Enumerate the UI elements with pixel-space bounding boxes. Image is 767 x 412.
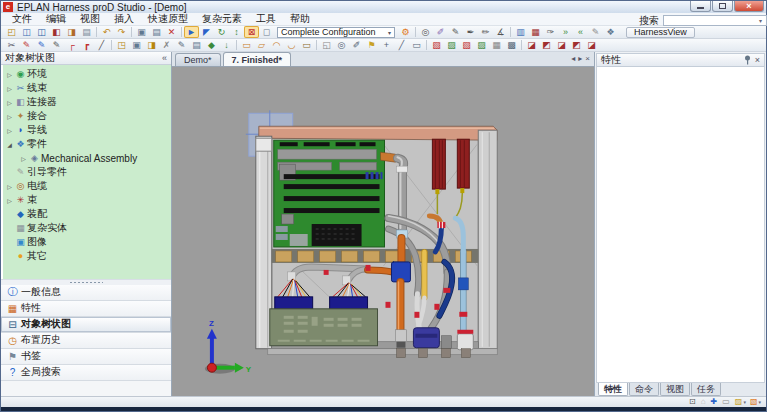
- shrink-icon[interactable]: ◡: [284, 39, 299, 51]
- tree-item-other[interactable]: ● 其它: [3, 249, 171, 263]
- harness-view-button[interactable]: HarnessView: [626, 27, 695, 38]
- tab-scroll-right-icon[interactable]: ▸: [578, 55, 582, 63]
- check-green2-icon[interactable]: ▨: [474, 39, 489, 51]
- bom-icon[interactable]: ▦: [528, 26, 543, 38]
- selection-box-icon[interactable]: ▭: [722, 398, 731, 406]
- tree-expand-icon[interactable]: ▷: [5, 85, 14, 92]
- tree-expand-icon[interactable]: ▷: [19, 155, 28, 162]
- search-input[interactable]: [663, 15, 767, 26]
- corner-route-icon[interactable]: ┌: [64, 39, 79, 51]
- minimize-button[interactable]: [690, 1, 711, 12]
- print-icon[interactable]: ▤: [79, 26, 94, 38]
- tree-expand-icon[interactable]: ▷: [5, 113, 14, 120]
- rp-tab-views[interactable]: 视图: [660, 383, 690, 396]
- blue-pen-icon[interactable]: ✎: [34, 39, 49, 51]
- select-plus-icon[interactable]: ◤: [199, 26, 214, 38]
- clipboard-icon[interactable]: ▤: [189, 39, 204, 51]
- tab-demo[interactable]: Demo*: [175, 53, 221, 66]
- check-grid-icon[interactable]: ▦: [489, 39, 504, 51]
- tree-item-splice[interactable]: ▷ ✦ 接合: [3, 109, 171, 123]
- doc-report2-icon[interactable]: ◩: [539, 39, 554, 51]
- tree-item-connector[interactable]: ▷ ◧ 连接器: [3, 95, 171, 109]
- fit-all-icon[interactable]: ✚: [711, 398, 719, 406]
- search-dropdown-icon[interactable]: ▾: [759, 17, 762, 24]
- sketch-icon[interactable]: ✎: [174, 39, 189, 51]
- nav-bookmarks[interactable]: ⚑ 书签: [1, 349, 171, 365]
- connect-icon[interactable]: »: [558, 26, 573, 38]
- pan-tool-icon[interactable]: ↕: [229, 26, 244, 38]
- open-project-icon[interactable]: ◰: [4, 26, 19, 38]
- angle-icon[interactable]: ∡: [493, 26, 508, 38]
- pan-lock-icon[interactable]: ⌂: [701, 398, 707, 406]
- menu-item[interactable]: 快速原型: [141, 12, 195, 26]
- tree-expand-icon[interactable]: ▷: [5, 197, 14, 204]
- net-icon[interactable]: ❖: [603, 26, 618, 38]
- tree-item-wire[interactable]: ▷ ◗ 导线: [3, 123, 171, 137]
- menu-item[interactable]: 编辑: [39, 12, 73, 26]
- save-all-icon[interactable]: ◫: [34, 26, 49, 38]
- measure-line-icon[interactable]: ╱: [394, 39, 409, 51]
- menu-item[interactable]: 视图: [73, 12, 107, 26]
- menu-item[interactable]: 帮助: [283, 12, 317, 26]
- cube-icon[interactable]: ◆: [204, 39, 219, 51]
- tree-item-assembly-group[interactable]: ◆ 装配: [3, 207, 171, 221]
- region-icon[interactable]: ▭: [409, 39, 424, 51]
- nav-global-search[interactable]: ? 全局搜索: [1, 365, 171, 381]
- tree-item-parts[interactable]: ◢ ❖ 零件: [3, 137, 171, 151]
- pen-icon[interactable]: ✎: [49, 39, 64, 51]
- search-part-icon[interactable]: ◎: [334, 39, 349, 51]
- tree-item-bundle[interactable]: ▷ ✳ 束: [3, 193, 171, 207]
- label-icon[interactable]: ▭: [299, 39, 314, 51]
- refresh-config-icon[interactable]: ⚙: [398, 26, 413, 38]
- panel-collapse-icon[interactable]: «: [162, 53, 167, 63]
- menu-item[interactable]: 文件: [5, 12, 39, 26]
- view-cube-icon[interactable]: ◻: [259, 26, 274, 38]
- menu-item[interactable]: 插入: [107, 12, 141, 26]
- nav-placement-history[interactable]: ◷ 布置历史: [1, 333, 171, 349]
- view-style-icon[interactable]: ▨ ▾: [735, 398, 746, 406]
- check-mixed-icon[interactable]: ▩: [504, 39, 519, 51]
- tree-expand-icon[interactable]: ◢: [5, 141, 14, 148]
- drop-icon[interactable]: ↓: [219, 39, 234, 51]
- menu-item[interactable]: 复杂元素: [195, 12, 249, 26]
- paste-icon[interactable]: ▤: [149, 26, 164, 38]
- disconnect-icon[interactable]: «: [573, 26, 588, 38]
- panel-close-icon[interactable]: ×: [755, 56, 760, 65]
- tree-item-cable[interactable]: ▷ ◎ 电缆: [3, 179, 171, 193]
- sleeve-icon[interactable]: ▱: [254, 39, 269, 51]
- check-red-icon[interactable]: ▧: [429, 39, 444, 51]
- pin-note-icon[interactable]: ✑: [543, 26, 558, 38]
- redo-icon[interactable]: ↷: [114, 26, 129, 38]
- tape-icon[interactable]: ▭: [239, 39, 254, 51]
- save-icon[interactable]: ◫: [19, 26, 34, 38]
- tree-item-complex-solid[interactable]: ▦ 复杂实体: [3, 221, 171, 235]
- select-tool-icon[interactable]: ►: [184, 26, 199, 38]
- tab-finished[interactable]: 7. Finished*: [223, 52, 292, 66]
- undo-icon[interactable]: ↶: [99, 26, 114, 38]
- pin-icon[interactable]: [744, 55, 751, 65]
- annotate-icon[interactable]: ✎: [448, 26, 463, 38]
- folder-gear-icon[interactable]: ◳: [114, 39, 129, 51]
- rp-tab-properties[interactable]: 特性: [598, 383, 628, 396]
- library-icon[interactable]: ◱: [319, 39, 334, 51]
- tree-expand-icon[interactable]: ▷: [5, 183, 14, 190]
- tree-expand-icon[interactable]: ▷: [5, 99, 14, 106]
- line-route-icon[interactable]: ╱: [94, 39, 109, 51]
- menu-item[interactable]: 工具: [249, 12, 283, 26]
- nav-object-tree[interactable]: ⊟ 对象树状图: [1, 317, 171, 333]
- check-green-icon[interactable]: ▨: [444, 39, 459, 51]
- edit-icon[interactable]: ✏: [478, 26, 493, 38]
- import-icon[interactable]: ◧: [49, 26, 64, 38]
- measure-icon[interactable]: ✐: [433, 26, 448, 38]
- report-icon[interactable]: ▥: [513, 26, 528, 38]
- tree-expand-icon[interactable]: ▷: [5, 127, 14, 134]
- material-display-icon[interactable]: ▧ ▾: [750, 398, 761, 406]
- monitor-icon[interactable]: ▣: [129, 39, 144, 51]
- zoom-select-icon[interactable]: ✒: [463, 26, 478, 38]
- properties-body[interactable]: [596, 67, 765, 383]
- rp-tab-commands[interactable]: 命令: [629, 383, 659, 396]
- delete-icon[interactable]: ✕: [164, 26, 179, 38]
- discard-icon[interactable]: ✗: [159, 39, 174, 51]
- tree-expand-icon[interactable]: ▷: [5, 71, 14, 78]
- wire-pen-icon[interactable]: ✎: [588, 26, 603, 38]
